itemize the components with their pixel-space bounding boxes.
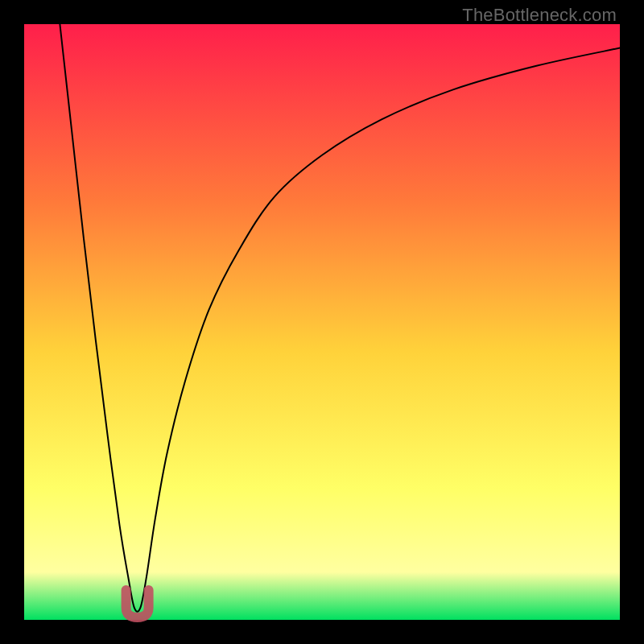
chart-svg xyxy=(24,24,620,620)
minimum-u-marker xyxy=(126,590,149,617)
watermark-text: TheBottleneck.com xyxy=(462,5,617,26)
bottleneck-curve xyxy=(60,24,620,612)
